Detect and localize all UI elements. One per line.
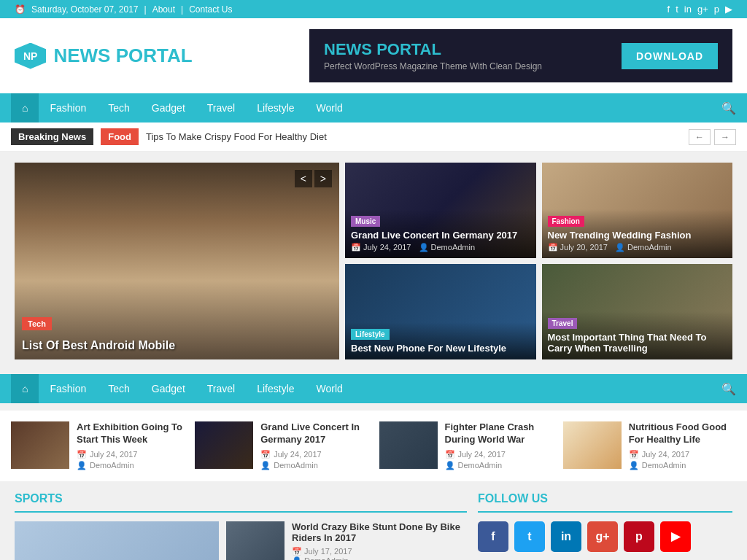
news-img-3 <box>563 421 622 469</box>
featured-card-0[interactable]: Music Grand Live Concert In Germany 2017… <box>345 163 536 258</box>
sports-title: SPORTS <box>15 492 467 513</box>
sports-img-bg <box>15 521 219 560</box>
sports-thumb-img <box>226 521 285 560</box>
nav-tech[interactable]: Tech <box>97 93 141 122</box>
follow-twitter[interactable]: t <box>514 521 545 552</box>
nav2-fashion[interactable]: Fashion <box>39 374 97 403</box>
news-img-1 <box>195 421 253 469</box>
banner-title: NEWS PORTAL <box>324 40 542 59</box>
news-meta-0: 📅 July 24, 2017 👤 DemoAdmin <box>77 450 184 470</box>
card-0-date: 📅 July 24, 2017 <box>351 243 411 252</box>
nav-travel[interactable]: Travel <box>196 93 246 122</box>
nav-search-icon[interactable]: 🔍 <box>721 101 736 115</box>
contact-link[interactable]: Contact Us <box>189 4 232 15</box>
breaking-label: Breaking News <box>11 128 93 145</box>
card-3-label: Travel <box>548 318 578 329</box>
news-thumb-3 <box>563 421 622 469</box>
news-info-2: Fighter Plane Crash During World War 📅 J… <box>445 421 552 470</box>
nav2-gadget[interactable]: Gadget <box>141 374 196 403</box>
featured-card-3[interactable]: Travel Most Important Thing That Need To… <box>542 264 733 359</box>
top-bar: ⏰ Saturday, October 07, 2017 | About | C… <box>0 0 747 18</box>
featured-main-card[interactable]: < > Tech List Of Best Android Mobile <box>15 163 339 359</box>
card-3-overlay: Travel Most Important Thing That Need To… <box>542 311 733 359</box>
nav-world[interactable]: World <box>306 93 354 122</box>
sports-main-image <box>15 521 219 560</box>
slide-controls: < > <box>295 170 332 187</box>
breaking-tag: Food <box>101 128 139 145</box>
sports-article[interactable]: World Crazy Bike Stunt Done By Bike Ride… <box>226 521 467 560</box>
breaking-text: Tips To Make Crispy Food For Healthy Die… <box>146 131 681 142</box>
follow-icons: f t in g+ p ▶ <box>478 521 732 552</box>
breaking-next[interactable]: → <box>714 129 736 145</box>
sports-article-title: World Crazy Bike Stunt Done By Bike Ride… <box>292 521 467 543</box>
news-meta-1: 📅 July 24, 2017 👤 DemoAdmin <box>260 450 368 470</box>
follow-youtube[interactable]: ▶ <box>660 521 691 552</box>
sports-section: SPORTS World Crazy Bike Stunt Done By Bi… <box>15 492 467 560</box>
featured-card-1[interactable]: Fashion New Trending Wedding Fashion 📅 J… <box>542 163 733 258</box>
yt-icon-top[interactable]: ▶ <box>725 4 732 15</box>
news-author-0: 👤 DemoAdmin <box>77 461 184 470</box>
nav-home[interactable]: ⌂ <box>11 93 39 122</box>
follow-section: FOLLOW US f t in g+ p ▶ <box>478 492 732 560</box>
nav2-lifestyle[interactable]: Lifestyle <box>246 374 305 403</box>
date-text: Saturday, October 07, 2017 <box>31 4 139 15</box>
nav2-search-icon[interactable]: 🔍 <box>721 382 736 396</box>
clock-icon: ⏰ <box>15 4 26 15</box>
follow-facebook[interactable]: f <box>478 521 508 552</box>
news-info-3: Nutritious Food Good For Healthy Life 📅 … <box>629 421 736 470</box>
nav2-world[interactable]: World <box>306 374 354 403</box>
news-thumb-1 <box>195 421 253 469</box>
separator2: | <box>181 4 183 15</box>
card-1-author: 👤 DemoAdmin <box>615 243 672 252</box>
news-item-1[interactable]: Grand Live Concert In Germany 2017 📅 Jul… <box>195 421 368 470</box>
news-title-1: Grand Live Concert In Germany 2017 <box>260 421 368 446</box>
news-item-3[interactable]: Nutritious Food Good For Healthy Life 📅 … <box>563 421 736 470</box>
nav-fashion[interactable]: Fashion <box>39 93 97 122</box>
nav2-tech[interactable]: Tech <box>97 374 141 403</box>
sports-article-inner: World Crazy Bike Stunt Done By Bike Ride… <box>226 521 467 560</box>
bottom-section: SPORTS World Crazy Bike Stunt Done By Bi… <box>0 481 747 560</box>
news-thumb-2 <box>379 421 438 469</box>
sports-article-meta: 📅 July 17, 2017 👤 DemoAdmin <box>292 547 467 560</box>
top-bar-left: ⏰ Saturday, October 07, 2017 | About | C… <box>15 4 233 15</box>
featured-right-grid: Music Grand Live Concert In Germany 2017… <box>345 163 732 359</box>
news-author-1: 👤 DemoAdmin <box>260 461 368 470</box>
logo-text: NEWS PORTAL <box>53 44 192 67</box>
featured-card-2[interactable]: Lifestyle Best New Phone For New Lifesty… <box>345 264 536 359</box>
slide-prev-btn[interactable]: < <box>295 170 312 187</box>
news-img-2 <box>379 421 438 469</box>
follow-googleplus[interactable]: g+ <box>587 521 618 552</box>
featured-grid: < > Tech List Of Best Android Mobile Mus… <box>15 163 732 359</box>
top-bar-social: f t in g+ p ▶ <box>667 4 732 15</box>
gp-icon-top[interactable]: g+ <box>697 4 708 15</box>
featured-main-title: List Of Best Android Mobile <box>22 339 332 352</box>
fb-icon-top[interactable]: f <box>667 4 670 15</box>
about-link[interactable]: About <box>152 4 175 15</box>
news-item-0[interactable]: Art Exhibition Going To Start This Week … <box>11 421 184 470</box>
banner-title-black: NEWS <box>324 40 376 58</box>
pi-icon-top[interactable]: p <box>714 4 719 15</box>
banner: NEWS PORTAL Perfect WordPress Magazine T… <box>309 29 732 82</box>
nav-gadget[interactable]: Gadget <box>141 93 196 122</box>
news-item-2[interactable]: Fighter Plane Crash During World War 📅 J… <box>379 421 552 470</box>
follow-pinterest[interactable]: p <box>624 521 654 552</box>
card-0-author: 👤 DemoAdmin <box>419 243 476 252</box>
tw-icon-top[interactable]: t <box>676 4 678 15</box>
sports-info: World Crazy Bike Stunt Done By Bike Ride… <box>292 521 467 560</box>
slide-next-btn[interactable]: > <box>314 170 332 187</box>
breaking-prev[interactable]: ← <box>689 129 711 145</box>
card-3-title: Most Important Thing That Need To Carry … <box>548 332 727 354</box>
nav-lifestyle[interactable]: Lifestyle <box>246 93 305 122</box>
nav2-travel[interactable]: Travel <box>196 374 246 403</box>
download-button[interactable]: DOWNLOAD <box>622 43 718 69</box>
in-icon-top[interactable]: in <box>684 4 692 15</box>
logo[interactable]: NP NEWS PORTAL <box>15 43 193 69</box>
follow-linkedin[interactable]: in <box>551 521 581 552</box>
header: NP NEWS PORTAL NEWS PORTAL Perfect WordP… <box>0 18 747 93</box>
nav2-home[interactable]: ⌂ <box>11 374 39 403</box>
sports-content: World Crazy Bike Stunt Done By Bike Ride… <box>15 521 467 560</box>
news-date-1: 📅 July 24, 2017 <box>260 450 368 459</box>
card-0-label: Music <box>351 216 380 227</box>
news-title-0: Art Exhibition Going To Start This Week <box>77 421 184 446</box>
sports-date: 📅 July 17, 2017 <box>292 547 467 556</box>
